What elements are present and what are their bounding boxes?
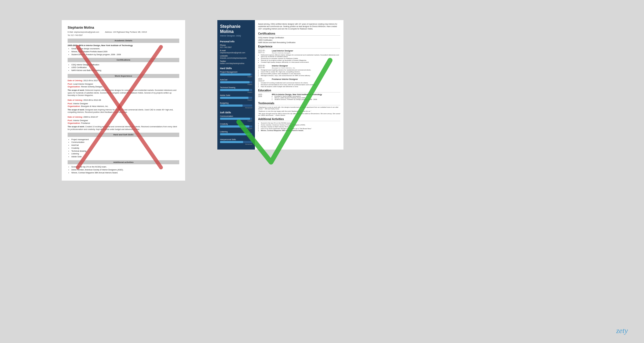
cert-3: NARI Kitchen and Bath Remodeling Certifi… [258,42,340,43]
add-activities: Scored in the top 1% on the NCIDQ exam. … [258,122,340,131]
left-name: Stephanie Molina [68,25,179,30]
twitter-label: Twitter [220,60,252,62]
right-main: Award-winning, CIDQ certified interior d… [255,20,343,150]
work-entry-1: Date of Joining: 2012-09 to 2017-11 Post… [68,79,179,97]
soft-skill-3: Listening Expert [220,131,252,137]
hard-skill-1: Project Management Expert [220,71,252,77]
testimonial-2: "Radisson is over-the-top happy with the… [258,110,340,112]
testimonial-1: "Stephanie is a joy to work with. Her de… [258,106,340,110]
left-resume: Stephanie Molina E-Mail: stephanieqmolin… [62,20,185,181]
right-edu-title: Education [258,89,340,92]
linkedin-label: LinkedIn [220,55,252,57]
right-email: stephanieqmolina@gmail.com [220,52,252,54]
right-sidebar: StephanieMolina Interior Designer, CIDQ … [217,20,255,150]
left-skills: Project management Communication AutoCad… [68,138,179,158]
exp-entry-1: 2012-09 -2017-11 Lead Interior Designer … [258,50,340,63]
hard-skill-5: Budgeting Advanced [220,102,252,109]
work-entry-3: Date of Joining: 2006 to 2010-07 Post: I… [68,116,179,131]
right-linkedin: linkedin.com/in/stephanieqmolin [220,57,252,59]
personal-info-title: Personal Info [220,40,252,43]
cert-1: CIDQ Interior Design Certification [258,37,340,39]
phone-label: Phone [220,44,252,46]
right-testimonials-title: Testimonials [258,102,340,105]
left-contact: E-Mail: stephanieqmolina@gmail.com Addre… [68,31,179,33]
hard-skill-4: Adobe Suite Expert [220,94,252,101]
soft-skill-2: Creativity Expert [220,123,252,129]
left-certs: CIDQ Interior Design Certification LEED … [68,64,179,72]
left-address: Address: 134 Rightward Way Portland, ME,… [105,31,147,33]
academic-bullets: Great in home design coursework. Winner,… [68,47,179,56]
summary: Award-winning, CIDQ certified interior d… [258,23,340,30]
left-email: E-Mail: stephanieqmolina@gmail.com [68,31,99,33]
right-phone: 917-749-5567 [220,46,252,48]
skills-section-bar: Hard and Soft Skills [68,133,179,137]
hard-skills-title: Hard Skills [220,67,252,70]
zety-logo: zety [616,326,628,335]
soft-skill-4: Interpersonal Skills Advanced [220,139,252,145]
exp-entry-3: 2006 -2010-07 Freelance Interior Designe… [258,78,340,87]
right-resume: StephanieMolina Interior Designer, CIDQ … [217,20,343,150]
right-exp-title: Experience [258,45,340,49]
left-phone: Tel: 917-749-5567 [68,34,179,37]
work-section-bar: Work Experience [68,74,179,78]
soft-skills-title: Soft Skills [220,111,252,114]
right-certs-title: Certifications [258,32,340,36]
soft-skill-1: Communication Expert [220,115,252,122]
certs-section-bar: Certifications [68,58,179,62]
activities-section-bar: Additional activities [68,160,179,164]
hard-skill-2: AutoCad Expert [220,79,252,85]
right-twitter: twitter.com/stephanieqmolina [220,62,252,64]
right-title: Interior Designer, CIDQ [220,35,252,37]
left-activities: Scored in the top 1% on the NCIDQ exam. … [68,166,179,174]
hard-skill-3: Technical Drawing Expert [220,87,252,93]
academic-section-bar: Academic Details [68,39,179,43]
cert-2: LEED Certification [258,39,340,41]
email-label: E-mail [220,50,252,51]
testimonial-3: "We never thought we'd be able to leave … [258,113,340,116]
edu-entry-1: 2005 -2009 BFA in Interior Design, New Y… [258,94,340,100]
exp-entry-2: 2010-08 -2012-08 Interior Designer Bourg… [258,65,340,76]
work-entry-2: Date of Joining: 2010-08 to 2012-08 Post… [68,99,179,114]
academic-entry: 2005-2009 - BFA in Interior Design, New … [68,44,179,56]
right-name: StephanieMolina [220,24,252,34]
right-add-act-title: Additional Activities [258,118,340,121]
